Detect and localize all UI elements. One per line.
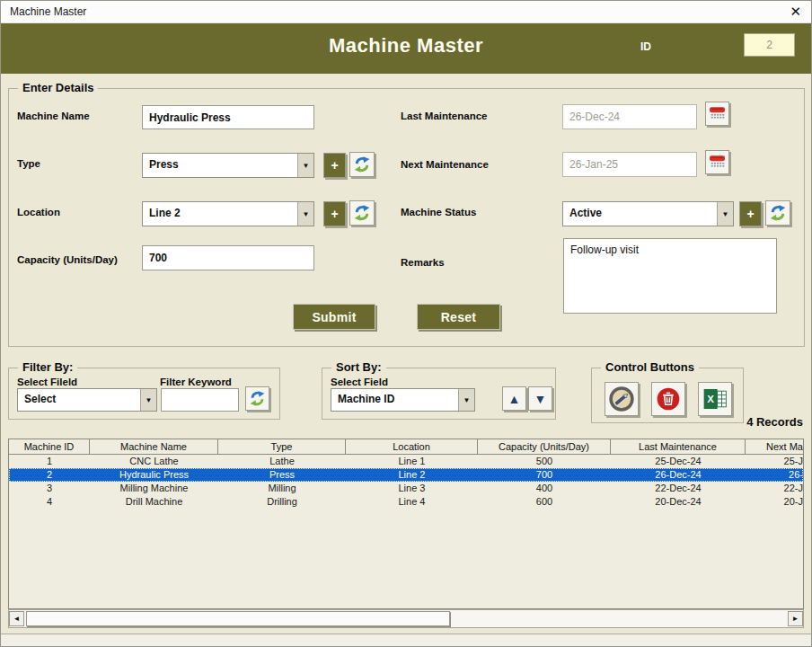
table-cell: 4	[9, 495, 90, 509]
sort-ascending-button[interactable]: ▲	[502, 386, 526, 411]
table-row[interactable]: 1CNC LatheLatheLine 150025-Dec-2425-J	[9, 455, 803, 468]
export-excel-button[interactable]: X	[698, 382, 732, 416]
machine-master-window: Machine Master ✕ Machine Master ID 2 Ent…	[0, 0, 812, 647]
location-add-button[interactable]: +	[323, 201, 346, 226]
machine-status-combobox-value: Active	[563, 202, 717, 226]
type-add-button[interactable]: +	[323, 153, 346, 178]
table-cell: 1	[9, 455, 90, 468]
delete-button[interactable]	[651, 382, 685, 416]
scroll-thumb[interactable]	[26, 611, 450, 626]
machine-name-input[interactable]	[142, 105, 314, 129]
scroll-left-button[interactable]: ◄	[9, 611, 24, 626]
refresh-icon	[249, 390, 266, 407]
table-cell: 500	[478, 455, 611, 468]
table-cell: 25-Dec-24	[611, 455, 746, 468]
sort-field-dropdown-button[interactable]: ▼	[458, 389, 474, 411]
scroll-right-button[interactable]: ►	[788, 611, 803, 626]
edit-button[interactable]	[605, 382, 639, 416]
refresh-icon	[353, 204, 371, 222]
next-maintenance-input[interactable]	[562, 152, 697, 177]
location-dropdown-button[interactable]: ▼	[297, 202, 313, 226]
capacity-label: Capacity (Units/Day)	[17, 254, 118, 265]
filter-refresh-button[interactable]	[245, 386, 269, 411]
right-arrow-icon: ►	[792, 616, 799, 623]
table-cell: 2	[9, 468, 90, 482]
table-header-cell[interactable]: Last Maintenance	[611, 439, 746, 454]
last-maintenance-label: Last Maintenance	[401, 111, 488, 121]
machine-status-refresh-button[interactable]	[765, 200, 790, 226]
filter-keyword-input[interactable]	[161, 388, 239, 412]
plus-icon: +	[746, 207, 754, 221]
chevron-down-icon: ▼	[303, 210, 310, 218]
sort-field-combobox[interactable]: Machine ID ▼	[331, 388, 475, 412]
remarks-textarea[interactable]: Follow-up visit	[563, 238, 777, 314]
table-header-cell[interactable]: Type	[218, 439, 346, 454]
chevron-down-icon: ▼	[722, 210, 729, 218]
sort-descending-button[interactable]: ▼	[528, 386, 552, 411]
remarks-label: Remarks	[401, 257, 445, 268]
table-cell: 22-J	[746, 482, 803, 495]
machine-status-label: Machine Status	[401, 207, 476, 217]
submit-button[interactable]: Submit	[293, 304, 375, 330]
chevron-down-icon: ▼	[303, 162, 310, 170]
next-maintenance-label: Next Maintenance	[401, 159, 489, 170]
table-cell: Drill Machine	[90, 495, 218, 509]
table-row[interactable]: 4Drill MachineDrillingLine 460020-Dec-24…	[9, 495, 803, 509]
table-cell: Milling Machine	[90, 482, 218, 495]
submit-button-label: Submit	[312, 310, 356, 324]
machine-name-label: Machine Name	[17, 111, 90, 121]
close-button[interactable]: ✕	[790, 4, 801, 20]
table-cell: Line 2	[346, 468, 478, 482]
filter-by-legend: Filter By:	[18, 360, 77, 374]
table-header-cell[interactable]: Machine Name	[90, 439, 218, 454]
type-combobox-value: Press	[143, 154, 297, 177]
plus-icon: +	[331, 207, 338, 221]
down-triangle-icon: ▼	[534, 393, 547, 405]
next-maintenance-calendar-button[interactable]	[705, 150, 729, 174]
machine-status-add-button[interactable]: +	[739, 201, 762, 226]
table-cell: Line 4	[346, 495, 478, 509]
location-combobox[interactable]: Line 2 ▼	[142, 201, 314, 226]
type-dropdown-button[interactable]: ▼	[297, 154, 313, 177]
table-cell: 20-J	[746, 495, 803, 509]
control-buttons-legend: Control Buttons	[601, 360, 699, 374]
records-table[interactable]: Machine IDMachine NameTypeLocationCapaci…	[8, 439, 804, 609]
filter-field-combobox[interactable]: Select ▼	[17, 388, 157, 412]
reset-button[interactable]: Reset	[417, 304, 500, 330]
last-maintenance-calendar-button[interactable]	[705, 102, 729, 126]
type-combobox[interactable]: Press ▼	[142, 153, 314, 178]
table-header-cell[interactable]: Machine ID	[9, 439, 90, 454]
filter-field-dropdown-button[interactable]: ▼	[140, 389, 156, 411]
reset-button-label: Reset	[441, 310, 477, 324]
machine-status-dropdown-button[interactable]: ▼	[717, 202, 733, 226]
svg-text:X: X	[707, 394, 714, 404]
plus-icon: +	[331, 158, 338, 173]
table-header-cell[interactable]: Location	[346, 439, 478, 454]
type-refresh-button[interactable]	[349, 152, 375, 177]
table-cell: Press	[218, 468, 346, 482]
table-cell: 20-Dec-24	[611, 495, 746, 509]
table-cell: CNC Lathe	[90, 455, 218, 468]
title-bar: Machine Master ✕	[1, 1, 811, 23]
capacity-input[interactable]	[142, 245, 314, 270]
last-maintenance-input[interactable]	[562, 104, 697, 129]
table-cell: 3	[9, 482, 90, 495]
table-cell: Hydraulic Press	[90, 468, 218, 482]
table-row[interactable]: 3Milling MachineMillingLine 340022-Dec-2…	[9, 482, 803, 495]
app-header: Machine Master ID 2	[1, 23, 811, 74]
records-count: 4 Records	[746, 415, 803, 429]
id-label: ID	[640, 40, 651, 53]
table-row[interactable]: 2Hydraulic PressPressLine 270026-Dec-242…	[9, 468, 803, 482]
table-cell: 26-Dec-24	[611, 468, 746, 482]
refresh-icon	[769, 204, 787, 222]
table-header-cell[interactable]: Next Ma	[746, 439, 803, 454]
table-cell: 700	[478, 468, 611, 482]
horizontal-scrollbar[interactable]: ◄ ►	[8, 609, 804, 628]
calendar-icon	[709, 106, 726, 121]
filter-keyword-label: Filter Keyword	[160, 377, 232, 387]
table-cell: Drilling	[218, 495, 346, 509]
machine-status-combobox[interactable]: Active ▼	[562, 201, 734, 226]
table-header-cell[interactable]: Capacity (Units/Day)	[478, 439, 611, 454]
table-cell: 22-Dec-24	[611, 482, 746, 495]
location-refresh-button[interactable]	[349, 200, 375, 226]
